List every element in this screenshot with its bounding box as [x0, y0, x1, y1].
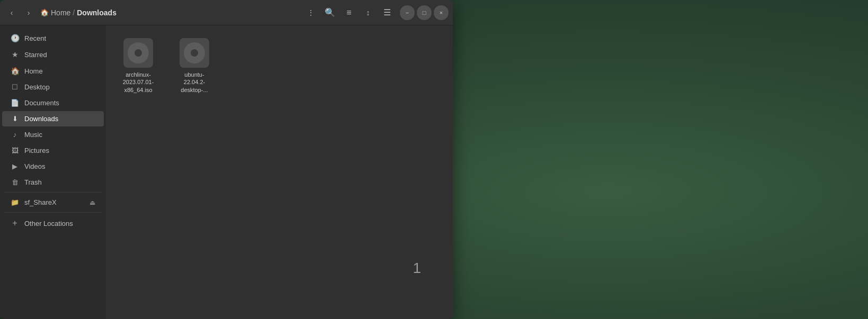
starred-icon: ★: [11, 50, 19, 59]
sidebar-item-home[interactable]: 🏠 Home: [2, 63, 104, 79]
nav-buttons: ‹ ›: [4, 5, 36, 20]
breadcrumb-home[interactable]: 🏠 Home: [40, 8, 70, 17]
sidebar-item-recent[interactable]: 🕐 Recent: [2, 30, 104, 46]
ubuntu-file-name: ubuntu-22.04.2-desktop-...: [175, 71, 214, 94]
sidebar-item-trash[interactable]: 🗑 Trash: [2, 175, 104, 190]
sidebar-label-sf-sharex: sf_ShareX: [24, 198, 84, 206]
sidebar-label-documents: Documents: [24, 99, 95, 107]
minimize-button[interactable]: −: [400, 5, 415, 20]
file-view[interactable]: archlinux-2023.07.01-x86_64.iso ubuntu-2…: [106, 25, 453, 319]
sidebar-item-documents[interactable]: 📄 Documents: [2, 95, 104, 111]
sort-button[interactable]: ↕: [360, 4, 377, 21]
file-item-ubuntu[interactable]: ubuntu-22.04.2-desktop-...: [171, 34, 218, 98]
trash-icon: 🗑: [11, 178, 19, 186]
music-icon: ♪: [11, 131, 19, 139]
archlinux-file-name: archlinux-2023.07.01-x86_64.iso: [119, 71, 158, 94]
more-options-button[interactable]: ⋮: [302, 4, 319, 21]
sidebar-item-pictures[interactable]: 🖼 Pictures: [2, 143, 104, 158]
sidebar-divider-2: [4, 212, 102, 213]
sidebar-item-starred[interactable]: ★ Starred: [2, 47, 104, 62]
sidebar-label-downloads: Downloads: [24, 115, 95, 123]
breadcrumb-current: Downloads: [77, 8, 117, 17]
file-manager-window: ‹ › 🏠 Home / Downloads ⋮ 🔍 ≡ ↕ ☰ − □ ×: [0, 0, 453, 319]
sidebar-label-starred: Starred: [24, 51, 95, 59]
documents-icon: 📄: [11, 99, 19, 107]
list-view-button[interactable]: ≡: [341, 4, 357, 21]
disk-inner-ubuntu: [184, 42, 205, 63]
content-area: 🕐 Recent ★ Starred 🏠 Home ☐ Desktop 📄 Do…: [0, 25, 453, 319]
search-button[interactable]: 🔍: [321, 4, 338, 21]
sidebar: 🕐 Recent ★ Starred 🏠 Home ☐ Desktop 📄 Do…: [0, 25, 106, 319]
sidebar-item-sf-sharex[interactable]: 📁 sf_ShareX ⏏: [2, 195, 104, 210]
forward-button[interactable]: ›: [21, 5, 36, 20]
downloads-icon: ⬇: [11, 115, 19, 123]
breadcrumb: 🏠 Home / Downloads: [40, 8, 302, 17]
sidebar-label-trash: Trash: [24, 178, 95, 186]
sidebar-item-other-locations[interactable]: + Other Locations: [2, 215, 104, 232]
titlebar: ‹ › 🏠 Home / Downloads ⋮ 🔍 ≡ ↕ ☰ − □ ×: [0, 0, 453, 25]
back-button[interactable]: ‹: [4, 5, 19, 20]
sidebar-item-desktop[interactable]: ☐ Desktop: [2, 79, 104, 95]
breadcrumb-home-label[interactable]: Home: [51, 8, 70, 17]
ubuntu-file-icon: [180, 38, 209, 68]
archlinux-file-icon: [123, 38, 153, 68]
titlebar-actions: ⋮ 🔍 ≡ ↕ ☰: [302, 4, 396, 21]
close-button[interactable]: ×: [434, 5, 449, 20]
sidebar-label-desktop: Desktop: [24, 83, 95, 91]
disk-inner: [128, 42, 149, 63]
other-locations-icon: +: [11, 218, 19, 228]
sidebar-item-downloads[interactable]: ⬇ Downloads: [2, 111, 104, 126]
home-sidebar-icon: 🏠: [11, 67, 19, 75]
maximize-button[interactable]: □: [417, 5, 432, 20]
breadcrumb-separator: /: [73, 8, 75, 17]
sidebar-label-home: Home: [24, 67, 95, 75]
sidebar-divider: [4, 192, 102, 193]
grid-view-button[interactable]: ☰: [379, 4, 396, 21]
sidebar-label-music: Music: [24, 131, 95, 139]
sidebar-label-recent: Recent: [24, 34, 95, 42]
desktop-icon: ☐: [11, 83, 19, 91]
home-icon: 🏠: [40, 8, 49, 16]
disk-center-ubuntu: [191, 49, 198, 57]
file-item-archlinux[interactable]: archlinux-2023.07.01-x86_64.iso: [114, 34, 162, 98]
pictures-icon: 🖼: [11, 147, 19, 154]
sidebar-label-videos: Videos: [24, 162, 95, 170]
disk-center: [135, 49, 142, 57]
sidebar-item-music[interactable]: ♪ Music: [2, 127, 104, 142]
videos-icon: ▶: [11, 162, 19, 170]
sidebar-label-pictures: Pictures: [24, 147, 95, 154]
sf-sharex-icon: 📁: [11, 198, 19, 206]
number-overlay: 1: [413, 260, 421, 277]
eject-icon[interactable]: ⏏: [90, 199, 95, 206]
recent-icon: 🕐: [11, 34, 19, 42]
sidebar-item-videos[interactable]: ▶ Videos: [2, 159, 104, 174]
sidebar-label-other-locations: Other Locations: [24, 220, 95, 227]
window-controls: − □ ×: [400, 5, 449, 20]
